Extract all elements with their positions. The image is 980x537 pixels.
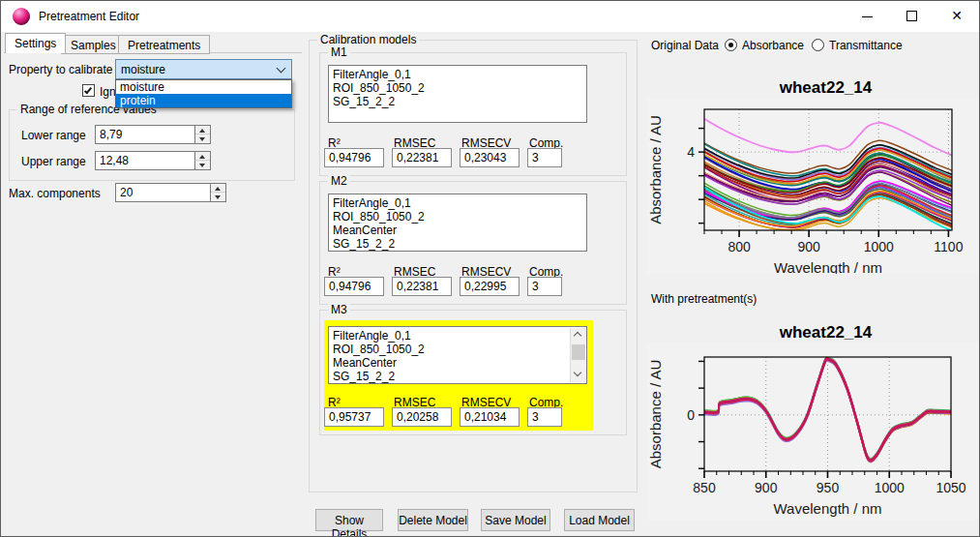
max-components-input[interactable]: 20 xyxy=(115,183,211,202)
property-to-calibrate-label: Property to calibrate xyxy=(9,63,112,76)
scroll-down-button[interactable] xyxy=(571,368,586,382)
calibration-models-title: Calibration models xyxy=(317,33,419,46)
max-components-up-button[interactable] xyxy=(211,184,225,193)
transmittance-radio[interactable] xyxy=(812,39,824,51)
m1-rmsec-value: 0,22381 xyxy=(392,148,452,167)
model-m2-name: M2 xyxy=(328,174,350,188)
m1-comp-value: 3 xyxy=(527,148,562,167)
calibration-models-groupbox: Calibration models M1 FilterAngle_0,1 RO… xyxy=(309,40,638,492)
close-icon: ✕ xyxy=(951,8,963,23)
dropdown-option-moisture[interactable]: moisture xyxy=(116,80,291,94)
arrow-down-icon xyxy=(215,195,221,199)
list-item: SG_15_2_2 xyxy=(333,237,582,251)
maximize-icon xyxy=(906,11,917,21)
list-item: SG_15_2_2 xyxy=(333,95,582,108)
tab-samples-label: Samples xyxy=(71,39,116,52)
svg-text:950: 950 xyxy=(817,480,840,495)
arrow-up-icon xyxy=(199,155,205,159)
list-item: ROI_850_1050_2 xyxy=(333,343,582,356)
max-components-down-button[interactable] xyxy=(211,193,225,201)
m1-r2-value: 0,94796 xyxy=(324,148,384,167)
arrow-down-icon xyxy=(199,137,205,141)
lower-range-up-button[interactable] xyxy=(195,126,210,134)
pretreated-spectra-chart: 850900950100010500Wavelength / nmAbsorba… xyxy=(647,343,980,520)
list-item: FilterAngle_0,1 xyxy=(333,196,582,210)
property-combobox[interactable]: moisture xyxy=(115,59,292,79)
upper-range-up-button[interactable] xyxy=(195,152,210,161)
svg-text:800: 800 xyxy=(728,239,751,254)
pretreatment-editor-window: Pretreatment Editor ✕ Settings Samples P… xyxy=(0,0,980,537)
tab-pretreatments-label: Pretreatments xyxy=(128,39,200,52)
tab-settings[interactable]: Settings xyxy=(5,33,66,53)
upper-range-label: Upper range xyxy=(21,155,86,168)
lower-range-input[interactable]: 8,79 xyxy=(95,125,195,144)
m3-list-scrollbar[interactable] xyxy=(570,328,585,382)
dropdown-option-protein[interactable]: protein xyxy=(116,94,291,107)
list-item: MeanCenter xyxy=(333,356,582,370)
minimize-button[interactable] xyxy=(846,1,890,32)
max-components-stepper xyxy=(211,183,226,202)
minimize-icon xyxy=(862,16,873,17)
maximize-button[interactable] xyxy=(890,1,935,32)
tab-settings-label: Settings xyxy=(15,37,56,50)
model-m3-groupbox: M3 FilterAngle_0,1 ROI_850_1050_2 MeanCe… xyxy=(319,310,627,435)
lower-range-stepper xyxy=(195,125,211,144)
property-dropdown-list: moisture protein xyxy=(115,79,292,108)
close-button[interactable]: ✕ xyxy=(935,1,979,32)
ignore-checkbox[interactable] xyxy=(82,84,95,97)
model-m2-groupbox: M2 FilterAngle_0,1 ROI_850_1050_2 MeanCe… xyxy=(319,181,627,305)
scroll-down-icon xyxy=(574,369,581,376)
range-groupbox: Range of reference values Lower range 8,… xyxy=(9,109,295,181)
svg-text:4: 4 xyxy=(687,144,695,160)
svg-text:900: 900 xyxy=(797,239,820,254)
window-title: Pretreatment Editor xyxy=(39,10,139,23)
load-model-button[interactable]: Load Model xyxy=(564,509,635,531)
model-m1-pretreatment-list[interactable]: FilterAngle_0,1 ROI_850_1050_2 SG_15_2_2 xyxy=(328,65,587,123)
max-components-label: Max. components xyxy=(9,187,101,200)
save-model-button[interactable]: Save Model xyxy=(481,509,550,531)
chevron-down-icon xyxy=(277,64,286,74)
m2-rmsec-value: 0,22381 xyxy=(392,277,452,296)
svg-text:Wavelength / nm: Wavelength / nm xyxy=(774,259,882,274)
svg-text:Absorbance / AU: Absorbance / AU xyxy=(647,115,664,224)
lower-range-down-button[interactable] xyxy=(195,134,210,143)
svg-text:1000: 1000 xyxy=(875,480,905,495)
list-item: FilterAngle_0,1 xyxy=(333,329,582,343)
model-m1-name: M1 xyxy=(328,45,350,59)
title-bar[interactable]: Pretreatment Editor ✕ xyxy=(1,1,979,32)
svg-text:1100: 1100 xyxy=(934,239,963,254)
ignore-checkbox-label: Ign xyxy=(100,85,116,99)
tab-pretreatments[interactable]: Pretreatments xyxy=(118,35,210,54)
absorbance-radio-label[interactable]: Absorbance xyxy=(742,39,804,52)
scrollbar-thumb[interactable] xyxy=(572,344,585,360)
m3-rmsec-value: 0,20258 xyxy=(392,407,452,427)
absorbance-radio[interactable] xyxy=(725,39,737,51)
m3-r2-value: 0,95737 xyxy=(324,407,384,427)
arrow-up-icon xyxy=(199,129,205,133)
arrow-up-icon xyxy=(215,187,221,191)
model-m2-pretreatment-list[interactable]: FilterAngle_0,1 ROI_850_1050_2 MeanCente… xyxy=(328,194,587,252)
original-spectra-chart: 800900100011004Wavelength / nmAbsorbance… xyxy=(647,98,980,274)
app-icon xyxy=(13,8,30,25)
svg-text:1000: 1000 xyxy=(864,239,894,254)
upper-range-down-button[interactable] xyxy=(195,161,210,169)
scroll-up-icon xyxy=(574,332,581,340)
svg-text:Absorbance / AU: Absorbance / AU xyxy=(647,360,664,469)
tab-samples[interactable]: Samples xyxy=(61,35,126,54)
list-item: SG_15_2_2 xyxy=(333,370,582,383)
upper-range-input[interactable]: 12,48 xyxy=(95,151,195,170)
model-m3-pretreatment-list[interactable]: FilterAngle_0,1 ROI_850_1050_2 MeanCente… xyxy=(328,326,587,384)
transmittance-radio-label[interactable]: Transmittance xyxy=(829,39,903,52)
delete-model-button[interactable]: Delete Model xyxy=(398,509,468,531)
arrow-down-icon xyxy=(199,164,205,167)
with-pretreatments-label: With pretreatment(s) xyxy=(651,292,757,306)
original-chart-title: wheat22_14 xyxy=(678,78,973,98)
list-item: FilterAngle_0,1 xyxy=(333,68,582,81)
pretreated-chart-title: wheat22_14 xyxy=(678,323,973,343)
show-details-button[interactable]: Show Details xyxy=(315,509,383,531)
scroll-up-button[interactable] xyxy=(571,328,586,343)
original-data-label: Original Data xyxy=(651,39,719,52)
m2-r2-value: 0,94796 xyxy=(324,277,384,296)
lower-range-label: Lower range xyxy=(21,129,86,142)
m2-rmsecv-value: 0,22995 xyxy=(460,277,520,296)
